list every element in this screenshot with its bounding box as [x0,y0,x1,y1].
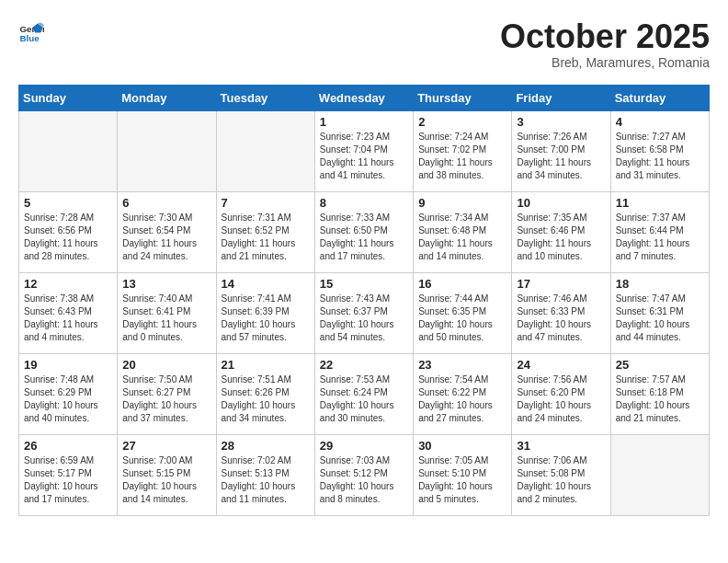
page-header: General Blue October 2025 Breb, Maramure… [18,18,710,70]
day-info: Sunrise: 7:51 AM Sunset: 6:26 PM Dayligh… [222,373,310,425]
day-info: Sunrise: 7:06 AM Sunset: 5:08 PM Dayligh… [517,454,605,506]
calendar-cell: 23Sunrise: 7:54 AM Sunset: 6:22 PM Dayli… [414,353,512,434]
day-number: 7 [222,196,310,210]
day-number: 13 [122,277,210,291]
day-number: 23 [418,358,506,372]
calendar-cell: 13Sunrise: 7:40 AM Sunset: 6:41 PM Dayli… [118,272,216,353]
calendar-cell: 10Sunrise: 7:35 AM Sunset: 6:46 PM Dayli… [512,191,610,272]
calendar-cell: 24Sunrise: 7:56 AM Sunset: 6:20 PM Dayli… [512,353,610,434]
calendar-cell: 30Sunrise: 7:05 AM Sunset: 5:10 PM Dayli… [414,434,512,515]
day-info: Sunrise: 7:56 AM Sunset: 6:20 PM Dayligh… [517,373,605,425]
day-number: 10 [517,196,605,210]
calendar-cell [610,434,709,515]
weekday-header-sunday: Sunday [19,85,118,110]
calendar-cell: 4Sunrise: 7:27 AM Sunset: 6:58 PM Daylig… [610,110,709,191]
day-info: Sunrise: 7:03 AM Sunset: 5:12 PM Dayligh… [320,454,408,506]
calendar-cell: 7Sunrise: 7:31 AM Sunset: 6:52 PM Daylig… [216,191,314,272]
day-number: 15 [320,277,408,291]
day-info: Sunrise: 7:28 AM Sunset: 6:56 PM Dayligh… [24,212,112,263]
day-number: 19 [24,358,112,372]
day-info: Sunrise: 7:34 AM Sunset: 6:48 PM Dayligh… [418,212,506,263]
day-info: Sunrise: 7:02 AM Sunset: 5:13 PM Dayligh… [222,454,310,506]
weekday-header-friday: Friday [512,85,610,110]
day-number: 22 [320,358,408,372]
day-info: Sunrise: 7:31 AM Sunset: 6:52 PM Dayligh… [222,212,310,263]
calendar-cell: 27Sunrise: 7:00 AM Sunset: 5:15 PM Dayli… [118,434,216,515]
logo: General Blue [18,18,44,44]
day-info: Sunrise: 7:35 AM Sunset: 6:46 PM Dayligh… [517,212,605,263]
day-number: 1 [320,115,408,129]
calendar-cell: 16Sunrise: 7:44 AM Sunset: 6:35 PM Dayli… [414,272,512,353]
day-info: Sunrise: 7:50 AM Sunset: 6:27 PM Dayligh… [122,373,210,425]
calendar-cell: 18Sunrise: 7:47 AM Sunset: 6:31 PM Dayli… [610,272,709,353]
day-number: 30 [418,439,506,453]
weekday-header-row: SundayMondayTuesdayWednesdayThursdayFrid… [19,85,710,110]
location-subtitle: Breb, Maramures, Romania [500,55,710,70]
day-number: 8 [320,196,408,210]
calendar-cell: 26Sunrise: 6:59 AM Sunset: 5:17 PM Dayli… [19,434,118,515]
weekday-header-thursday: Thursday [414,85,512,110]
week-row-4: 19Sunrise: 7:48 AM Sunset: 6:29 PM Dayli… [19,353,710,434]
day-info: Sunrise: 7:41 AM Sunset: 6:39 PM Dayligh… [222,293,310,344]
day-info: Sunrise: 6:59 AM Sunset: 5:17 PM Dayligh… [24,454,112,506]
day-number: 24 [517,358,605,372]
day-info: Sunrise: 7:44 AM Sunset: 6:35 PM Dayligh… [418,293,506,344]
day-number: 12 [24,277,112,291]
day-info: Sunrise: 7:23 AM Sunset: 7:04 PM Dayligh… [320,131,408,182]
month-title: October 2025 [500,18,710,55]
day-info: Sunrise: 7:27 AM Sunset: 6:58 PM Dayligh… [616,131,704,182]
logo-icon: General Blue [18,18,44,44]
calendar-cell: 3Sunrise: 7:26 AM Sunset: 7:00 PM Daylig… [512,110,610,191]
day-number: 5 [24,196,112,210]
calendar-cell: 20Sunrise: 7:50 AM Sunset: 6:27 PM Dayli… [118,353,216,434]
week-row-5: 26Sunrise: 6:59 AM Sunset: 5:17 PM Dayli… [19,434,710,515]
day-info: Sunrise: 7:26 AM Sunset: 7:00 PM Dayligh… [517,131,605,182]
calendar-cell [19,110,118,191]
calendar-cell: 5Sunrise: 7:28 AM Sunset: 6:56 PM Daylig… [19,191,118,272]
day-number: 20 [122,358,210,372]
svg-text:Blue: Blue [19,33,40,43]
day-number: 2 [418,115,506,129]
calendar-table: SundayMondayTuesdayWednesdayThursdayFrid… [18,85,710,516]
day-info: Sunrise: 7:53 AM Sunset: 6:24 PM Dayligh… [320,373,408,425]
calendar-cell: 1Sunrise: 7:23 AM Sunset: 7:04 PM Daylig… [314,110,413,191]
day-number: 25 [616,358,704,372]
day-info: Sunrise: 7:54 AM Sunset: 6:22 PM Dayligh… [418,373,506,425]
calendar-cell: 6Sunrise: 7:30 AM Sunset: 6:54 PM Daylig… [118,191,216,272]
calendar-cell: 19Sunrise: 7:48 AM Sunset: 6:29 PM Dayli… [19,353,118,434]
day-number: 17 [517,277,605,291]
day-number: 18 [616,277,704,291]
day-info: Sunrise: 7:46 AM Sunset: 6:33 PM Dayligh… [517,293,605,344]
day-info: Sunrise: 7:48 AM Sunset: 6:29 PM Dayligh… [24,373,112,425]
title-area: October 2025 Breb, Maramures, Romania [500,18,710,70]
weekday-header-wednesday: Wednesday [314,85,413,110]
day-number: 31 [517,439,605,453]
calendar-cell: 11Sunrise: 7:37 AM Sunset: 6:44 PM Dayli… [610,191,709,272]
calendar-cell: 9Sunrise: 7:34 AM Sunset: 6:48 PM Daylig… [414,191,512,272]
day-number: 27 [122,439,210,453]
day-info: Sunrise: 7:40 AM Sunset: 6:41 PM Dayligh… [122,293,210,344]
day-info: Sunrise: 7:37 AM Sunset: 6:44 PM Dayligh… [616,212,704,263]
day-info: Sunrise: 7:00 AM Sunset: 5:15 PM Dayligh… [122,454,210,506]
day-number: 16 [418,277,506,291]
weekday-header-saturday: Saturday [610,85,709,110]
day-number: 26 [24,439,112,453]
day-number: 11 [616,196,704,210]
calendar-cell: 28Sunrise: 7:02 AM Sunset: 5:13 PM Dayli… [216,434,314,515]
calendar-cell: 12Sunrise: 7:38 AM Sunset: 6:43 PM Dayli… [19,272,118,353]
week-row-1: 1Sunrise: 7:23 AM Sunset: 7:04 PM Daylig… [19,110,710,191]
calendar-cell: 25Sunrise: 7:57 AM Sunset: 6:18 PM Dayli… [610,353,709,434]
calendar-cell: 15Sunrise: 7:43 AM Sunset: 6:37 PM Dayli… [314,272,413,353]
calendar-cell: 31Sunrise: 7:06 AM Sunset: 5:08 PM Dayli… [512,434,610,515]
weekday-header-tuesday: Tuesday [216,85,314,110]
week-row-3: 12Sunrise: 7:38 AM Sunset: 6:43 PM Dayli… [19,272,710,353]
day-number: 28 [222,439,310,453]
day-info: Sunrise: 7:30 AM Sunset: 6:54 PM Dayligh… [122,212,210,263]
day-number: 4 [616,115,704,129]
weekday-header-monday: Monday [118,85,216,110]
calendar-cell: 29Sunrise: 7:03 AM Sunset: 5:12 PM Dayli… [314,434,413,515]
calendar-cell: 14Sunrise: 7:41 AM Sunset: 6:39 PM Dayli… [216,272,314,353]
day-number: 21 [222,358,310,372]
day-info: Sunrise: 7:43 AM Sunset: 6:37 PM Dayligh… [320,293,408,344]
calendar-cell: 21Sunrise: 7:51 AM Sunset: 6:26 PM Dayli… [216,353,314,434]
